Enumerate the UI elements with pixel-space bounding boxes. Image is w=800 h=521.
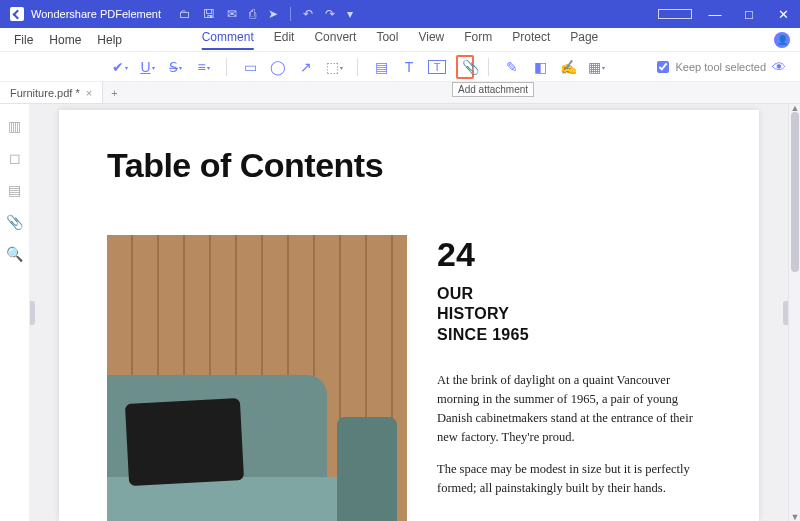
menu-file[interactable]: File xyxy=(14,33,33,47)
tab-comment[interactable]: Comment xyxy=(202,30,254,50)
tab-view[interactable]: View xyxy=(418,30,444,50)
comments-icon[interactable]: ▤ xyxy=(8,182,21,198)
content-text-column: 24 OUR HISTORY SINCE 1965 At the brink o… xyxy=(437,235,711,521)
vertical-scrollbar[interactable]: ▲ ▼ xyxy=(788,104,800,521)
keep-tool-label: Keep tool selected xyxy=(675,61,766,73)
window-controls: — □ ✕ xyxy=(658,7,800,22)
document-tab-bar: Furniture.pdf * × + xyxy=(0,82,800,104)
tab-page[interactable]: Page xyxy=(570,30,598,50)
close-button[interactable]: ✕ xyxy=(766,7,800,22)
strikeout-tool-icon[interactable]: S̶ xyxy=(166,59,184,75)
menu-home[interactable]: Home xyxy=(49,33,81,47)
add-tab-button[interactable]: + xyxy=(103,87,125,99)
undo-icon[interactable]: ↶ xyxy=(303,7,313,21)
pdf-page: Table of Contents 24 OUR HISTORY SINCE 1… xyxy=(59,110,759,521)
close-tab-icon[interactable]: × xyxy=(86,87,92,99)
shapes-tool-icon[interactable]: ⬚ xyxy=(325,59,343,75)
thumbnails-icon[interactable]: ▥ xyxy=(8,118,21,134)
pin-icon[interactable] xyxy=(658,9,692,19)
tab-tool[interactable]: Tool xyxy=(376,30,398,50)
text-tool-icon[interactable]: T xyxy=(400,59,418,75)
open-icon[interactable]: 🗀 xyxy=(179,7,191,21)
note-tool-icon[interactable]: ▤ xyxy=(372,59,390,75)
quick-access-toolbar: 🗀 🖫 ✉ ⎙ ➤ ↶ ↷ ▾ xyxy=(179,7,353,21)
separator xyxy=(226,58,227,76)
mail-icon[interactable]: ✉ xyxy=(227,7,237,21)
page-handle-left-icon[interactable] xyxy=(30,301,35,325)
body-paragraph: The space may be modest in size but it i… xyxy=(437,460,701,498)
signature-tool-icon[interactable]: ✍ xyxy=(559,59,577,75)
separator xyxy=(290,7,291,21)
scroll-down-icon[interactable]: ▼ xyxy=(789,512,800,521)
search-icon[interactable]: 🔍 xyxy=(6,246,23,262)
list-tool-icon[interactable]: ≡ xyxy=(194,59,212,75)
separator xyxy=(357,58,358,76)
body-paragraph: At the brink of daylight on a quaint Van… xyxy=(437,371,701,446)
page-number-large: 24 xyxy=(437,235,701,274)
save-icon[interactable]: 🖫 xyxy=(203,7,215,21)
keep-tool-selected[interactable]: Keep tool selected 👁 xyxy=(657,59,786,75)
textbox-tool-icon[interactable]: T xyxy=(428,60,446,74)
eraser-tool-icon[interactable]: ◧ xyxy=(531,59,549,75)
tab-edit[interactable]: Edit xyxy=(274,30,295,50)
app-title: Wondershare PDFelement xyxy=(31,8,161,20)
menu-help[interactable]: Help xyxy=(97,33,122,47)
minimize-button[interactable]: — xyxy=(698,7,732,22)
maximize-button[interactable]: □ xyxy=(732,7,766,22)
app-logo-icon xyxy=(10,7,24,21)
dropdown-icon[interactable]: ▾ xyxy=(347,7,353,21)
page-heading: Table of Contents xyxy=(107,146,711,185)
scrollbar-thumb[interactable] xyxy=(791,112,799,272)
hide-annotations-icon[interactable]: 👁 xyxy=(772,59,786,75)
attachments-panel-icon[interactable]: 📎 xyxy=(6,214,23,230)
document-tab-label: Furniture.pdf * xyxy=(10,87,80,99)
stamp-tool-icon[interactable]: ▦ xyxy=(587,59,605,75)
document-canvas[interactable]: Table of Contents 24 OUR HISTORY SINCE 1… xyxy=(30,104,788,521)
share-icon[interactable]: ➤ xyxy=(268,7,278,21)
keep-tool-checkbox[interactable] xyxy=(657,61,669,73)
separator xyxy=(488,58,489,76)
print-icon[interactable]: ⎙ xyxy=(249,7,256,21)
user-avatar-icon[interactable]: 👤 xyxy=(774,32,790,48)
comment-toolbar: ✔ U S̶ ≡ ▭ ◯ ↗ ⬚ ▤ T T 📎 ✎ ◧ ✍ ▦ Keep to… xyxy=(0,52,800,82)
pencil-tool-icon[interactable]: ✎ xyxy=(503,59,521,75)
oval-tool-icon[interactable]: ◯ xyxy=(269,59,287,75)
bookmarks-icon[interactable]: ◻ xyxy=(9,150,21,166)
highlight-tool-icon[interactable]: ✔ xyxy=(110,59,128,75)
arrow-tool-icon[interactable]: ↗ xyxy=(297,59,315,75)
title-bar: Wondershare PDFelement 🗀 🖫 ✉ ⎙ ➤ ↶ ↷ ▾ —… xyxy=(0,0,800,28)
app-menus: File Home Help xyxy=(0,33,122,47)
attachment-tool-icon[interactable]: 📎 xyxy=(456,55,474,79)
main-area: ▥ ◻ ▤ 📎 🔍 Table of Contents 24 xyxy=(0,104,800,521)
rectangle-tool-icon[interactable]: ▭ xyxy=(241,59,259,75)
tab-protect[interactable]: Protect xyxy=(512,30,550,50)
ribbon-tabs: Comment Edit Convert Tool View Form Prot… xyxy=(202,30,599,50)
tab-convert[interactable]: Convert xyxy=(314,30,356,50)
menu-bar: File Home Help Comment Edit Convert Tool… xyxy=(0,28,800,52)
document-tab[interactable]: Furniture.pdf * × xyxy=(0,82,103,103)
content-image xyxy=(107,235,407,521)
side-panel: ▥ ◻ ▤ 📎 🔍 xyxy=(0,104,30,521)
section-subhead: OUR HISTORY SINCE 1965 xyxy=(437,284,701,345)
tab-form[interactable]: Form xyxy=(464,30,492,50)
tooltip: Add attachment xyxy=(452,82,534,97)
underline-tool-icon[interactable]: U xyxy=(138,59,156,75)
redo-icon[interactable]: ↷ xyxy=(325,7,335,21)
